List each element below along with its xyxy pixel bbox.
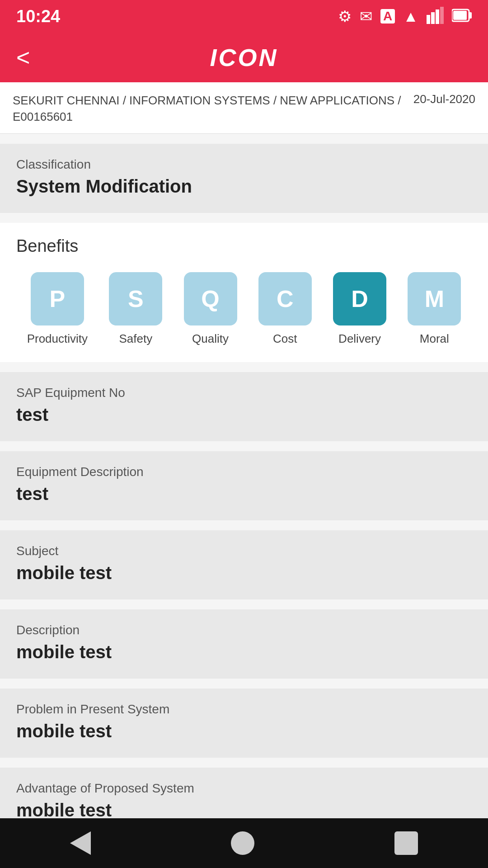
breadcrumb-path: SEKURIT CHENNAI / INFORMATION SYSTEMS / … (13, 92, 404, 125)
sap-equipment-value: test (16, 405, 472, 425)
breadcrumb: SEKURIT CHENNAI / INFORMATION SYSTEMS / … (0, 82, 488, 134)
delivery-icon-box: D (333, 272, 386, 326)
subject-label: Subject (16, 544, 472, 558)
subject-value: mobile test (16, 563, 472, 583)
mail-icon: ✉ (360, 7, 372, 25)
classification-card: Classification System Modification (0, 144, 488, 213)
productivity-label: Productivity (27, 332, 88, 346)
safety-icon-box: S (109, 272, 162, 326)
benefits-section: Benefits P Productivity S Safety Q Quali… (0, 223, 488, 362)
description-label: Description (16, 623, 472, 637)
svg-rect-6 (453, 11, 467, 20)
app-title: ICON (210, 43, 278, 71)
status-icons-group: ⚙ ✉ A ▲ (338, 7, 472, 26)
benefit-cost[interactable]: C Cost (258, 272, 312, 346)
classification-label: Classification (16, 157, 472, 172)
svg-rect-0 (427, 15, 430, 24)
quality-label: Quality (192, 332, 229, 346)
nav-recent-button[interactable] (394, 831, 418, 855)
sap-equipment-card: SAP Equipment No test (0, 372, 488, 441)
advantage-proposed-value: mobile test (16, 800, 472, 821)
benefit-moral[interactable]: M Moral (408, 272, 461, 346)
battery-icon (452, 8, 472, 25)
sap-equipment-label: SAP Equipment No (16, 386, 472, 400)
problem-present-card: Problem in Present System mobile test (0, 689, 488, 758)
svg-rect-5 (469, 12, 472, 19)
moral-icon-box: M (408, 272, 461, 326)
benefit-quality[interactable]: Q Quality (184, 272, 237, 346)
moral-label: Moral (420, 332, 449, 346)
cost-label: Cost (273, 332, 297, 346)
breadcrumb-date: 20-Jul-2020 (413, 92, 475, 106)
benefit-safety[interactable]: S Safety (109, 272, 162, 346)
status-time: 10:24 (16, 7, 60, 26)
translate-icon: A (380, 9, 395, 24)
benefit-delivery[interactable]: D Delivery (333, 272, 386, 346)
main-content: Classification System Modification Benef… (0, 134, 488, 868)
safety-label: Safety (119, 332, 152, 346)
status-bar: 10:24 ⚙ ✉ A ▲ (0, 0, 488, 33)
productivity-icon-box: P (31, 272, 84, 326)
nav-back-button[interactable] (70, 831, 91, 855)
benefits-title: Benefits (16, 236, 472, 256)
svg-rect-2 (436, 9, 439, 24)
app-bar: < ICON (0, 33, 488, 82)
nav-bar (0, 818, 488, 868)
nav-home-button[interactable] (231, 831, 254, 855)
benefit-productivity[interactable]: P Productivity (27, 272, 88, 346)
quality-icon-box: Q (184, 272, 237, 326)
equipment-description-label: Equipment Description (16, 465, 472, 479)
problem-present-value: mobile test (16, 721, 472, 741)
description-card: Description mobile test (0, 609, 488, 679)
signal-icon (427, 7, 444, 26)
subject-card: Subject mobile test (0, 530, 488, 599)
svg-rect-1 (431, 12, 435, 24)
description-value: mobile test (16, 642, 472, 662)
benefits-icons-row: P Productivity S Safety Q Quality C Cost… (16, 272, 472, 346)
delivery-label: Delivery (338, 332, 381, 346)
wifi-icon: ▲ (403, 8, 418, 25)
equipment-description-value: test (16, 484, 472, 504)
problem-present-label: Problem in Present System (16, 702, 472, 717)
classification-value: System Modification (16, 176, 472, 197)
equipment-description-card: Equipment Description test (0, 451, 488, 520)
gear-icon: ⚙ (338, 7, 352, 25)
advantage-proposed-label: Advantage of Proposed System (16, 781, 472, 796)
cost-icon-box: C (258, 272, 312, 326)
svg-rect-3 (440, 7, 444, 24)
back-button[interactable]: < (16, 44, 30, 71)
